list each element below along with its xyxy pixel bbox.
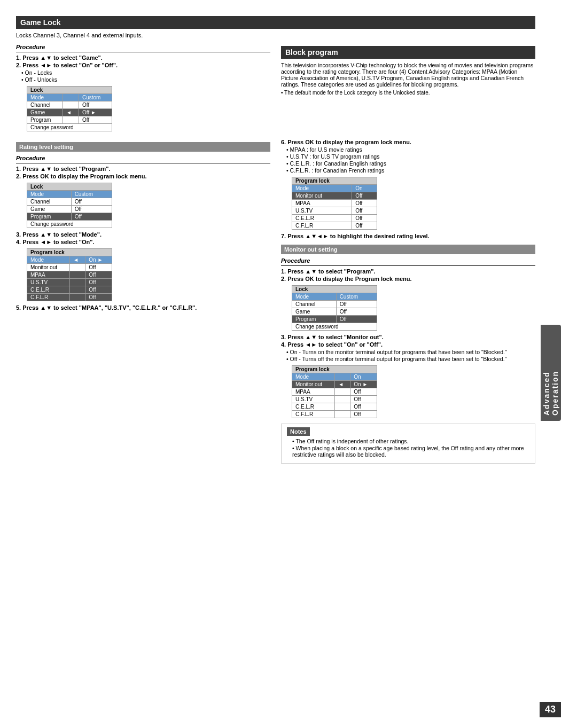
- monitor-step1: 1. Press ▲▼ to select "Program".: [281, 268, 535, 275]
- game-lock-description: Locks Channel 3, Channel 4 and external …: [16, 32, 535, 38]
- rating-level-procedure: Procedure: [16, 155, 270, 161]
- game-lock-title: Game Lock: [16, 16, 535, 29]
- step6-bullet-3: C.E.L.R. : for Canadian English ratings: [286, 160, 535, 167]
- step6-bullet-1: MPAA : for U.S movie ratings: [286, 146, 535, 153]
- game-lock-bullet-2: Off - Unlocks: [21, 76, 270, 83]
- rating-step3: 3. Press ▲▼ to select "Mode".: [16, 231, 270, 238]
- game-lock-bullet-1: On - Locks: [21, 69, 270, 76]
- game-lock-step1: 1. Press ▲▼ to select "Game".: [16, 54, 270, 61]
- notes-title: Notes: [287, 427, 310, 436]
- step7-label: 7. Press ▲▼◄► to highlight the desired r…: [281, 233, 535, 239]
- rating-level-title: Rating level setting: [16, 142, 270, 152]
- monitor-bullet-2: Off - Turns off the monitor terminal out…: [286, 356, 535, 362]
- monitor-step2: 2. Press OK to display the Program lock …: [281, 276, 535, 282]
- rating-osd2: Program lock Mode◄On ► Monitor outOff MP…: [27, 248, 112, 301]
- monitor-step4: 4. Press ◄► to select "On" or "Off".: [281, 341, 535, 348]
- monitor-bullet-1: On - Turns on the monitor terminal outpu…: [286, 349, 535, 355]
- notes-list: The Off rating is independent of other r…: [287, 438, 529, 458]
- notes-item-1: The Off rating is independent of other r…: [292, 438, 529, 444]
- page-number: 43: [540, 702, 561, 717]
- block-program-title: Block program: [281, 46, 535, 59]
- rating-step2: 2. Press OK to display the Program lock …: [16, 173, 270, 179]
- step6-bullet-2: U.S.TV : for U.S TV program ratings: [286, 153, 535, 160]
- rating-step5: 5. Press ▲▼ to select "MPAA", "U.S.TV", …: [16, 304, 270, 311]
- step6-bullets: MPAA : for U.S movie ratings U.S.TV : fo…: [281, 146, 535, 174]
- monitor-step3: 3. Press ▲▼ to select "Monitor out".: [281, 334, 535, 340]
- notes-box: Notes The Off rating is independent of o…: [281, 424, 535, 464]
- monitor-osd1: Lock ModeCustom ChannelOff GameOff Progr…: [292, 285, 377, 331]
- block-program-desc: This television incorporates V-Chip tech…: [281, 62, 535, 88]
- game-lock-osd: Lock ModeCustom ChannelOff Game◄Off ► Pr…: [27, 86, 112, 131]
- step6-label: 6. Press OK to display the program lock …: [281, 139, 535, 145]
- game-lock-procedure-label: Procedure: [16, 44, 270, 50]
- rating-osd1: Lock ModeCustom ChannelOff GameOff Progr…: [27, 183, 112, 228]
- block-program-footnote: • The default mode for the Lock category…: [281, 90, 535, 96]
- game-lock-bullets: On - Locks Off - Unlocks: [16, 69, 270, 83]
- monitor-out-procedure: Procedure: [281, 257, 535, 264]
- monitor-osd2: Program lock ModeOn Monitor out◄On ► MPA…: [292, 365, 377, 418]
- side-tab: Advanced Operation: [541, 325, 561, 421]
- step6-osd: Program lock ModeOn Monitor outOff MPAAO…: [292, 177, 377, 230]
- rating-step1: 1. Press ▲▼ to select "Program".: [16, 166, 270, 172]
- monitor-bullets: On - Turns on the monitor terminal outpu…: [281, 349, 535, 362]
- game-lock-step2: 2. Press ◄► to select "On" or "Off".: [16, 62, 270, 68]
- notes-item-2: When placing a block on a specific age b…: [292, 445, 529, 458]
- step6-bullet-4: C.F.L.R. : for Canadian French ratings: [286, 167, 535, 174]
- rating-step4: 4. Press ◄► to select "On".: [16, 239, 270, 245]
- monitor-out-title: Monitor out setting: [281, 245, 535, 254]
